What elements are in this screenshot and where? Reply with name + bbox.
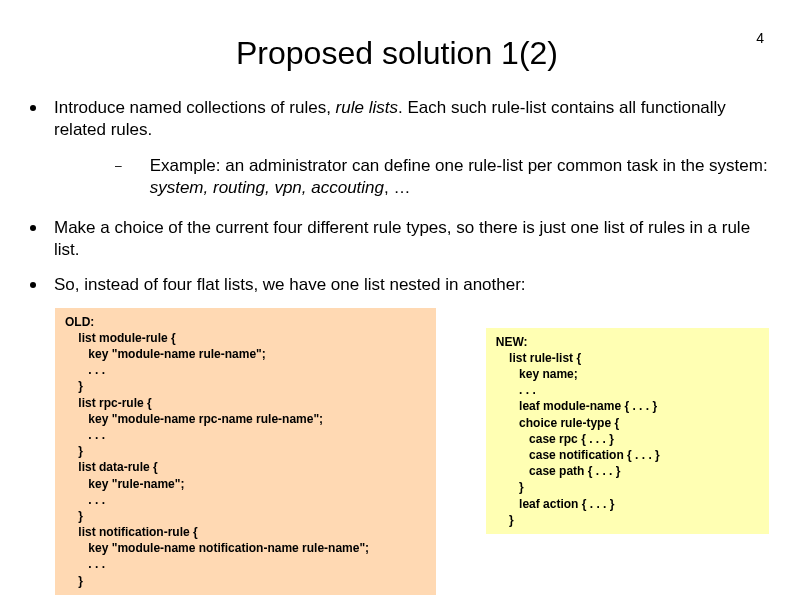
text: Introduce named collections of rules, <box>54 98 336 117</box>
bullet-3: So, instead of four flat lists, we have … <box>25 274 769 296</box>
sub-bullet-1: – Example: an administrator can define o… <box>115 155 769 199</box>
bullet-2-text: Make a choice of the current four differ… <box>54 217 769 261</box>
slide-title: Proposed solution 1(2) <box>0 35 794 72</box>
page-number: 4 <box>756 30 764 46</box>
bullet-1: Introduce named collections of rules, ru… <box>25 97 769 141</box>
bullet-icon <box>30 282 36 288</box>
code-old: OLD: list module-rule { key "module-name… <box>55 308 436 595</box>
code-comparison: OLD: list module-rule { key "module-name… <box>25 308 769 595</box>
bullet-icon <box>30 225 36 231</box>
text-emphasis: system, routing, vpn, accouting <box>150 178 384 197</box>
dash-icon: – <box>115 159 122 199</box>
bullet-1-text: Introduce named collections of rules, ru… <box>54 97 769 141</box>
bullet-icon <box>30 105 36 111</box>
code-new: NEW: list rule-list { key name; . . . le… <box>486 328 769 534</box>
text: Example: an administrator can define one… <box>150 156 768 175</box>
sub-bullet-text: Example: an administrator can define one… <box>150 155 769 199</box>
slide-content: Introduce named collections of rules, ru… <box>0 97 794 595</box>
bullet-2: Make a choice of the current four differ… <box>25 217 769 261</box>
bullet-3-text: So, instead of four flat lists, we have … <box>54 274 769 296</box>
text-emphasis: rule lists <box>336 98 398 117</box>
text: , … <box>384 178 410 197</box>
